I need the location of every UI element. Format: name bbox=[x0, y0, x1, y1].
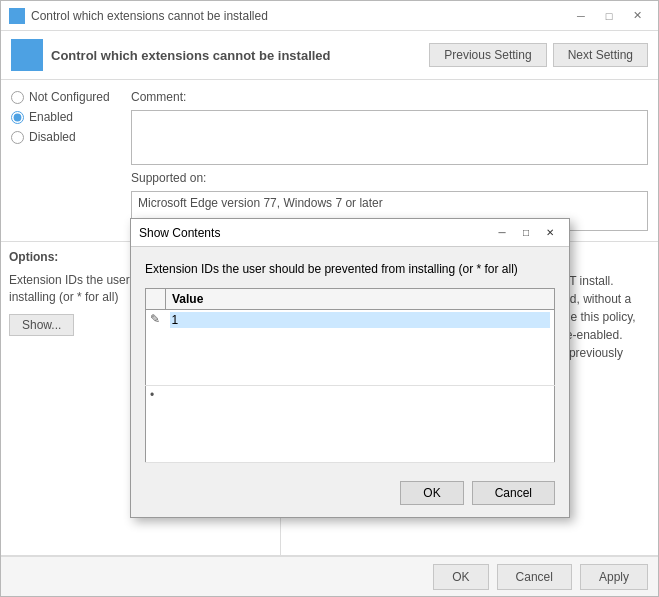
dialog-content: Extension IDs the user should be prevent… bbox=[131, 247, 569, 473]
row-icon: • bbox=[146, 386, 166, 463]
dialog-ok-button[interactable]: OK bbox=[400, 481, 463, 505]
table-row: ✎ bbox=[146, 309, 555, 386]
table-row: • bbox=[146, 386, 555, 463]
dialog-title-bar: Show Contents ─ □ ✕ bbox=[131, 219, 569, 247]
value-table: Value ✎• bbox=[145, 288, 555, 463]
dialog-cancel-button[interactable]: Cancel bbox=[472, 481, 555, 505]
dialog-minimize-button[interactable]: ─ bbox=[491, 224, 513, 242]
show-contents-dialog: Show Contents ─ □ ✕ Extension IDs the us… bbox=[130, 218, 570, 518]
row-value-input[interactable] bbox=[170, 388, 551, 404]
row-value-input[interactable] bbox=[170, 312, 551, 328]
dialog-bottom: OK Cancel bbox=[131, 473, 569, 517]
dialog-title: Show Contents bbox=[139, 226, 491, 240]
table-col-icon bbox=[146, 288, 166, 309]
dialog-description: Extension IDs the user should be prevent… bbox=[145, 261, 555, 278]
table-col-value: Value bbox=[166, 288, 555, 309]
dialog-close-button[interactable]: ✕ bbox=[539, 224, 561, 242]
row-icon: ✎ bbox=[146, 309, 166, 386]
dialog-controls: ─ □ ✕ bbox=[491, 224, 561, 242]
row-value-cell[interactable] bbox=[166, 386, 555, 463]
dialog-maximize-button[interactable]: □ bbox=[515, 224, 537, 242]
row-value-cell[interactable] bbox=[166, 309, 555, 386]
